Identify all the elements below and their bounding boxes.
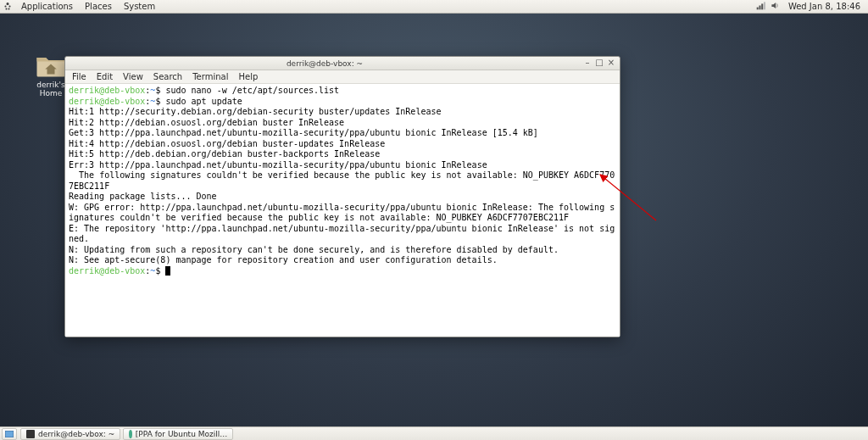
taskbar-item-label: derrik@deb-vbox: ~ [38, 428, 114, 440]
window-minimize-button[interactable]: – [582, 58, 593, 69]
svg-rect-1 [759, 6, 760, 10]
terminal-menubar: File Edit View Search Terminal Help [65, 70, 620, 84]
browser-icon [129, 430, 132, 438]
top-menu-applications[interactable]: Applications [15, 0, 79, 14]
terminal-icon [26, 430, 35, 438]
window-title: derrik@deb-vbox: ~ [69, 59, 581, 68]
network-tray-icon[interactable] [754, 1, 768, 12]
menu-file[interactable]: File [67, 72, 92, 81]
menu-edit[interactable]: Edit [92, 72, 118, 81]
taskbar-item-label: [PPA for Ubuntu Mozill… [136, 428, 227, 440]
clock[interactable]: Wed Jan 8, 18:46 [782, 0, 866, 14]
svg-rect-2 [761, 3, 763, 9]
top-panel: Applications Places System Wed Jan 8, 18… [0, 0, 868, 14]
terminal-window: derrik@deb-vbox: ~ – □ × File Edit View … [64, 56, 620, 337]
gnome-foot-icon [2, 1, 14, 13]
window-titlebar[interactable]: derrik@deb-vbox: ~ – □ × [65, 57, 620, 70]
svg-rect-5 [5, 431, 14, 437]
svg-rect-3 [764, 2, 765, 9]
top-menu-places[interactable]: Places [79, 0, 118, 14]
window-maximize-button[interactable]: □ [594, 58, 604, 69]
svg-rect-0 [757, 8, 759, 10]
menu-terminal[interactable]: Terminal [187, 72, 233, 81]
bottom-panel: derrik@deb-vbox: ~ [PPA for Ubuntu Mozil… [0, 426, 868, 440]
menu-help[interactable]: Help [233, 72, 263, 81]
top-menu-system[interactable]: System [118, 0, 161, 14]
terminal-output[interactable]: derrik@deb-vbox:~$ sudo nano -w /etc/apt… [65, 84, 620, 337]
taskbar-item-browser[interactable]: [PPA for Ubuntu Mozill… [123, 428, 233, 440]
window-close-button[interactable]: × [606, 58, 616, 69]
desktop-home-label: derrik's Home [36, 81, 64, 97]
volume-tray-icon[interactable] [768, 1, 782, 12]
menu-search[interactable]: Search [148, 72, 187, 81]
menu-view[interactable]: View [118, 72, 148, 81]
taskbar-item-terminal[interactable]: derrik@deb-vbox: ~ [20, 428, 120, 440]
show-desktop-button[interactable] [2, 428, 17, 440]
folder-home-icon [35, 53, 67, 78]
